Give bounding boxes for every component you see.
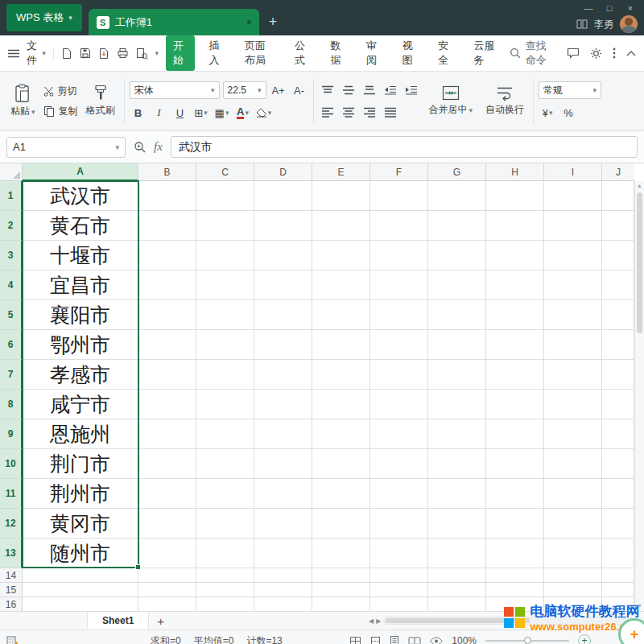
cell[interactable] (138, 539, 196, 568)
scroll-up-arrow[interactable]: ▲ (635, 181, 644, 191)
cell[interactable] (602, 449, 634, 479)
cell[interactable] (254, 241, 312, 270)
cell[interactable] (428, 390, 486, 419)
increase-indent-icon[interactable] (402, 82, 420, 98)
normal-view-icon[interactable] (349, 636, 361, 644)
cell[interactable] (486, 390, 544, 419)
cell[interactable] (138, 241, 196, 270)
cell[interactable] (370, 241, 428, 270)
user-name[interactable]: 李勇 (594, 18, 613, 31)
cell[interactable] (602, 419, 634, 449)
underline-button[interactable]: U (171, 105, 189, 121)
wrap-text-button[interactable]: 自动换行 (481, 84, 528, 118)
column-header-D[interactable]: D (254, 163, 312, 181)
cell[interactable] (602, 509, 634, 539)
cell[interactable] (196, 300, 254, 330)
cell[interactable] (370, 597, 428, 611)
print-icon[interactable] (117, 47, 129, 59)
tab-data[interactable]: 数据 (324, 35, 352, 71)
find-command-search[interactable]: 查找命令 (510, 39, 548, 68)
column-header-F[interactable]: F (370, 163, 428, 181)
cell[interactable] (312, 479, 370, 509)
row-header-6[interactable]: 6 (0, 330, 23, 360)
cell[interactable] (138, 181, 196, 211)
cell[interactable] (312, 300, 370, 330)
merge-center-button[interactable]: 合并居中▾ (425, 84, 477, 118)
cell[interactable] (254, 211, 312, 241)
new-document-tab-button[interactable]: + (259, 9, 287, 35)
copy-button[interactable]: 复制 (43, 105, 78, 118)
cell[interactable] (138, 300, 196, 330)
cell[interactable] (544, 270, 602, 300)
cell[interactable] (138, 597, 196, 611)
column-header-C[interactable]: C (196, 163, 254, 181)
print-preview-icon[interactable] (136, 47, 148, 60)
cell[interactable] (370, 583, 428, 597)
cell[interactable] (138, 479, 196, 509)
collapse-ribbon-icon[interactable] (626, 51, 636, 56)
cell[interactable] (254, 330, 312, 360)
tab-cloud[interactable]: 云服务 (466, 35, 502, 71)
cell[interactable] (428, 360, 486, 390)
cell[interactable] (602, 181, 634, 211)
cell[interactable]: 黄冈市 (23, 509, 138, 539)
tab-page-layout[interactable]: 页面布局 (237, 35, 280, 71)
cell[interactable] (370, 539, 428, 568)
cell[interactable] (312, 583, 370, 597)
cut-button[interactable]: 剪切 (43, 85, 78, 98)
cell[interactable] (486, 449, 544, 479)
cell[interactable] (196, 419, 254, 449)
tab-security[interactable]: 安全 (431, 35, 459, 71)
tab-insert[interactable]: 插入 (202, 35, 230, 71)
column-header-I[interactable]: I (544, 163, 602, 181)
row-header-11[interactable]: 11 (0, 479, 23, 509)
row-header-8[interactable]: 8 (0, 390, 23, 419)
zoom-in-button[interactable]: + (578, 634, 591, 644)
cell[interactable] (312, 597, 370, 611)
align-justify-icon[interactable] (382, 104, 399, 120)
cell[interactable] (428, 509, 486, 539)
row-header-9[interactable]: 9 (0, 419, 23, 449)
cell[interactable] (486, 330, 544, 360)
align-right-icon[interactable] (361, 104, 378, 120)
decrease-font-size-button[interactable]: A- (291, 82, 308, 98)
cell[interactable] (602, 241, 634, 270)
cell[interactable] (602, 479, 634, 509)
page-layout-view-icon[interactable] (390, 635, 399, 644)
cell[interactable] (312, 211, 370, 241)
column-header-B[interactable]: B (138, 163, 196, 181)
clear-format-button[interactable]: ▾ (255, 105, 273, 121)
cell[interactable]: 咸宁市 (23, 390, 138, 419)
cell[interactable] (370, 479, 428, 509)
align-bottom-icon[interactable] (361, 82, 378, 98)
cell[interactable] (370, 419, 428, 449)
cell[interactable] (486, 211, 544, 241)
file-menu[interactable]: 文件 ▾ (27, 39, 46, 68)
cell[interactable] (196, 390, 254, 419)
cell[interactable] (486, 181, 544, 211)
cell[interactable] (312, 181, 370, 211)
cell[interactable] (486, 509, 544, 539)
reading-view-icon[interactable] (408, 636, 421, 644)
cell[interactable] (370, 390, 428, 419)
sheet-tab-sheet1[interactable]: Sheet1 (87, 612, 149, 630)
fill-color-button[interactable]: ▦▾ (213, 105, 231, 121)
minimize-button[interactable]: — (578, 2, 599, 14)
italic-button[interactable]: I (151, 105, 168, 121)
cell[interactable] (312, 449, 370, 479)
cell[interactable] (312, 270, 370, 300)
cell[interactable] (486, 300, 544, 330)
cell[interactable] (196, 539, 254, 568)
row-header-4[interactable]: 4 (0, 270, 23, 300)
hamburger-menu-icon[interactable] (8, 49, 19, 58)
cell[interactable]: 随州市 (23, 539, 138, 568)
zoom-slider[interactable] (485, 640, 569, 642)
cell[interactable] (602, 330, 634, 360)
cell[interactable] (138, 390, 196, 419)
cell[interactable] (544, 583, 602, 597)
cell[interactable] (428, 583, 486, 597)
cell[interactable] (544, 360, 602, 390)
window-split-icon[interactable] (576, 19, 588, 29)
cell[interactable] (312, 509, 370, 539)
cell[interactable] (370, 270, 428, 300)
